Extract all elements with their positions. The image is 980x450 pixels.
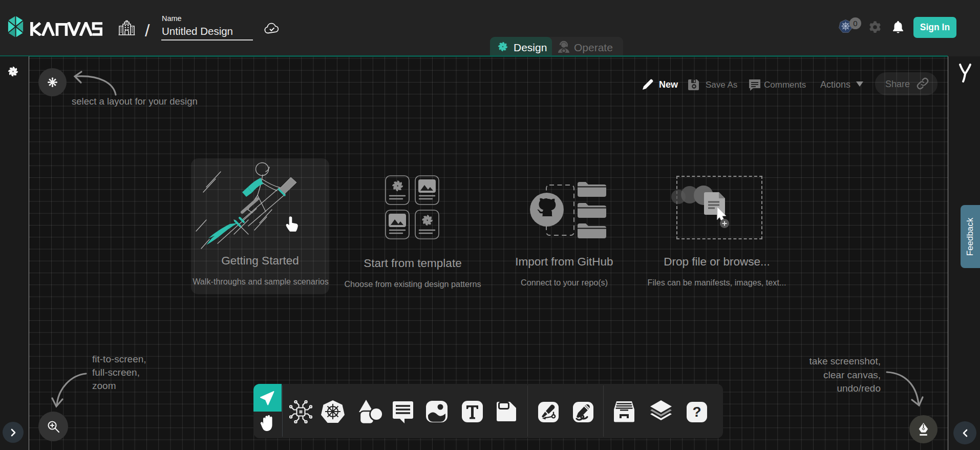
svg-text:?: ? [692,404,701,420]
